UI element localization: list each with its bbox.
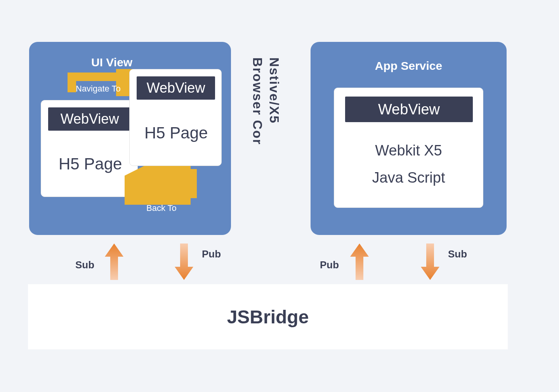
right-sub-label: Sub: [448, 248, 467, 260]
ui-view-card-2: WebView H5 Page: [129, 69, 222, 166]
right-pub-label: Pub: [320, 259, 339, 271]
back-to-arrow-icon: [125, 166, 206, 205]
app-service-title: App Service: [311, 59, 507, 73]
engine-line: Webkit X5: [334, 142, 483, 159]
jsbridge-bar: JSBridge: [28, 284, 508, 349]
app-service-webview-label: WebView: [345, 97, 473, 122]
h5-page-label-1: H5 Page: [59, 155, 122, 173]
center-line-2: Browser Cor: [250, 57, 265, 145]
h5-page-label-2: H5 Page: [144, 124, 208, 142]
ui-view-panel: UI View Navigate To WebView H5 Page WebV…: [29, 42, 231, 235]
arrow-up-icon-1: [102, 240, 126, 283]
webview-label-2: WebView: [137, 76, 215, 100]
arrow-up-icon-2: [348, 240, 371, 283]
arrow-down-icon-2: [418, 240, 442, 283]
left-sub-label: Sub: [75, 259, 94, 271]
left-pub-label: Pub: [202, 248, 221, 260]
app-service-card: WebView Webkit X5 Java Script: [334, 88, 483, 208]
webview-label-1: WebView: [48, 107, 131, 131]
ui-view-title: UI View: [91, 56, 132, 69]
navigate-to-label: Navigate To: [76, 84, 121, 94]
app-service-panel: App Service WebView Webkit X5 Java Scrip…: [311, 42, 507, 235]
js-line: Java Script: [334, 169, 483, 186]
center-line-1: Nstive/X5: [267, 57, 282, 145]
center-browser-core-label: Browser Cor Nstive/X5: [250, 57, 282, 145]
jsbridge-label: JSBridge: [227, 306, 309, 328]
back-to-label: Back To: [146, 203, 177, 213]
ui-view-card-1: WebView H5 Page: [41, 100, 138, 197]
arrow-down-icon-1: [172, 240, 196, 283]
